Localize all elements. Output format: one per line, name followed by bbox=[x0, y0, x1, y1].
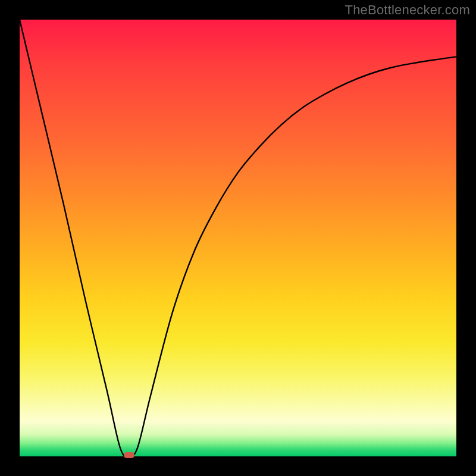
attribution-text: TheBottlenecker.com bbox=[345, 2, 470, 18]
bottleneck-curve bbox=[20, 20, 456, 456]
curve-svg bbox=[20, 20, 456, 456]
chart-frame: TheBottlenecker.com bbox=[0, 0, 476, 476]
optimal-point-marker bbox=[124, 452, 134, 458]
plot-area bbox=[20, 20, 456, 456]
